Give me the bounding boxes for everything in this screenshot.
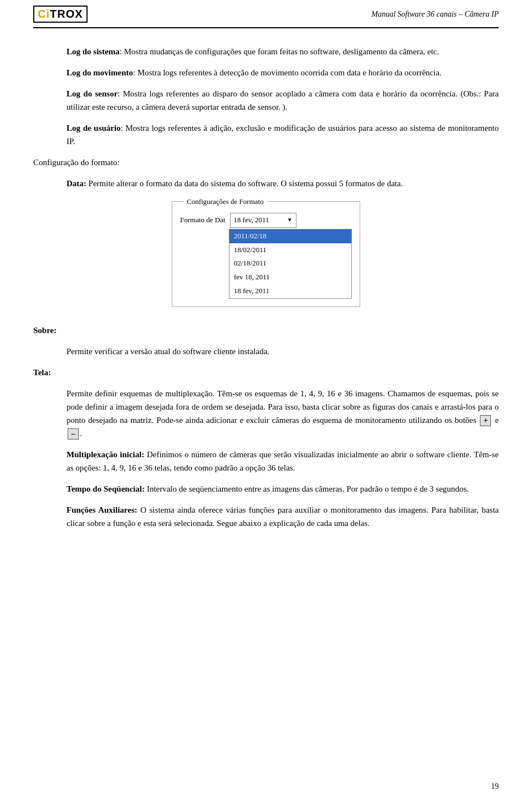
add-button[interactable]: + — [480, 415, 491, 426]
config-box-title: Configurações de Formato — [183, 196, 267, 208]
tempo-text: Intervalo de seqüenciamento entre as ima… — [147, 484, 469, 493]
log-movimento-label: Log do movimento — [66, 68, 133, 77]
log-usuario-label: Log de usuário — [66, 124, 121, 132]
option-4[interactable]: fev 18, 2011 — [229, 270, 351, 284]
formato-label: Formato de Dat — [180, 214, 226, 226]
header-title: Manual Software 36 canais – Câmera IP — [371, 10, 499, 19]
log-usuario-paragraph: Log de usuário: Mostra logs referentes à… — [66, 121, 499, 148]
log-sistema-paragraph: Log do sistema: Mostra mudanças de confi… — [66, 45, 499, 58]
config-formato-title: Configuração do formato: — [33, 156, 499, 169]
multiplex-paragraph: Multiplexação inicial: Definimos o númer… — [66, 448, 499, 474]
log-usuario-text: : Mostra logs referentes à adição, exclu… — [66, 124, 499, 146]
page-header: CiTROX Manual Software 36 canais – Câmer… — [33, 0, 499, 28]
multiplex-label: Multiplexação inicial: — [66, 450, 144, 459]
logo: CiTROX — [33, 6, 88, 23]
log-sensor-label: Log do sensor — [66, 89, 117, 98]
tempo-paragraph: Tempo do Seqüencial: Intervalo de seqüen… — [66, 482, 499, 495]
remove-button[interactable]: – — [68, 428, 79, 440]
sobre-description: Permite verificar a versão atual do soft… — [66, 347, 269, 356]
page-number: 19 — [491, 782, 499, 790]
option-1[interactable]: 2011/02/18 — [229, 229, 351, 243]
tela-text1: Permite definir esquemas de multiplexaçã… — [66, 389, 499, 425]
tela-section: Tela: — [33, 366, 499, 379]
tempo-label: Tempo do Seqüencial: — [66, 484, 145, 493]
chevron-down-icon: ▼ — [287, 216, 293, 224]
funcoes-label: Funções Auxiliares: — [66, 505, 137, 514]
content-area: Log do sistema: Mostra mudanças de confi… — [33, 45, 499, 530]
logo-ci: Ci — [38, 8, 50, 20]
funcoes-paragraph: Funções Auxiliares: O sistema ainda ofer… — [66, 503, 499, 530]
data-label: Data: — [66, 179, 86, 188]
config-format-row: Formato de Dat 18 fev, 2011 ▼ — [180, 213, 352, 228]
log-movimento-paragraph: Log do movimento: Mostra logs referentes… — [66, 66, 499, 79]
log-movimento-text: : Mostra logs referentes à detecção de m… — [133, 68, 442, 77]
page-container: CiTROX Manual Software 36 canais – Câmer… — [0, 0, 532, 802]
log-sistema-label: Log do sistema — [66, 47, 120, 56]
page-footer: 19 — [491, 782, 499, 791]
log-sensor-text: : Mostra logs referentes ao disparo do s… — [66, 89, 499, 111]
option-2[interactable]: 18/02/2011 — [229, 243, 351, 257]
sobre-text: Permite verificar a versão atual do soft… — [66, 345, 499, 358]
tela-label: Tela: — [33, 368, 51, 377]
tela-text2: . — [80, 429, 82, 438]
log-sensor-paragraph: Log do sensor: Mostra logs referentes ao… — [66, 87, 499, 114]
log-sistema-text: : Mostra mudanças de configurações que f… — [120, 47, 439, 56]
sobre-section: Sobre: — [33, 324, 499, 337]
formato-select[interactable]: 18 fev, 2011 ▼ — [230, 213, 296, 228]
formato-selected-value: 18 fev, 2011 — [234, 214, 269, 226]
data-text: Permite alterar o formato da data do sis… — [89, 179, 403, 188]
data-paragraph: Data: Permite alterar o formato da data … — [66, 177, 499, 190]
config-format-box: Configurações de Formato Formato de Dat … — [172, 201, 360, 307]
option-5[interactable]: 18 fev, 2011 — [229, 284, 351, 298]
tela-text-paragraph: Permite definir esquemas de multiplexaçã… — [66, 387, 499, 440]
formato-dropdown: 2011/02/18 18/02/2011 02/18/2011 fev 18,… — [229, 229, 352, 299]
logo-area: CiTROX — [33, 6, 88, 23]
option-3[interactable]: 02/18/2011 — [229, 257, 351, 270]
logo-trox: TROX — [50, 8, 83, 20]
config-formato-label: Configuração do formato: — [33, 158, 120, 167]
sobre-label: Sobre: — [33, 326, 57, 335]
e-conjunction: e — [495, 416, 499, 425]
